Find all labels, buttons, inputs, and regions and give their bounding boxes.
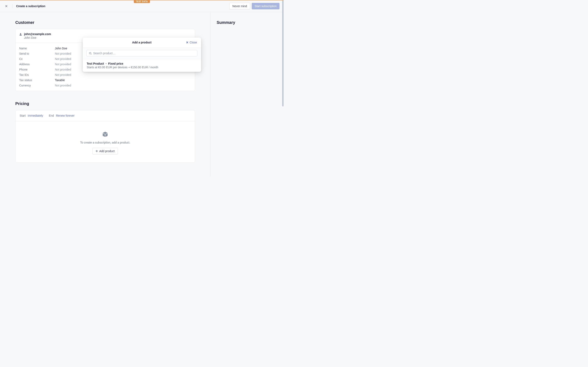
product-result-item[interactable]: Test Product • Fixed price Starts at €0.… <box>83 59 201 72</box>
pricing-section-title: Pricing <box>15 101 195 106</box>
detail-label: Address <box>19 63 55 66</box>
detail-value: John Doe <box>55 47 67 50</box>
detail-value: Not provided <box>55 63 71 66</box>
detail-label: Tax IDs <box>19 73 55 76</box>
schedule-end: End Renew forever <box>49 114 75 117</box>
schedule-start: Start Immediately <box>20 114 43 117</box>
detail-label: Send to <box>19 52 55 55</box>
page-title: Create a subscription <box>16 4 45 8</box>
customer-display-name: John Doe <box>24 36 51 39</box>
product-result-title: Test Product • Fixed price <box>87 62 197 65</box>
main-layout: Customer john@example.com John Doe NameJ… <box>0 12 284 177</box>
plus-icon <box>95 150 98 152</box>
pricing-section: Pricing Start Immediately End Renew fore… <box>15 101 195 163</box>
person-icon <box>19 33 22 36</box>
header-left: Create a subscription <box>4 4 45 8</box>
close-icon <box>5 5 8 8</box>
scrollbar-thumb[interactable] <box>282 0 284 106</box>
schedule-bar: Start Immediately End Renew forever <box>16 110 195 121</box>
search-wrapper <box>83 48 201 59</box>
add-product-button-label: Add product <box>99 150 115 153</box>
detail-label: Name <box>19 47 55 50</box>
test-data-badge: TEST DATA <box>134 0 150 3</box>
detail-row: Tax IDsNot provided <box>19 72 191 77</box>
add-product-modal: Add a product Close Test Product • Fixed… <box>83 38 201 72</box>
detail-label: Currency <box>19 84 55 87</box>
close-icon <box>186 41 189 44</box>
detail-value: Not provided <box>55 52 71 55</box>
never-mind-button[interactable]: Never mind <box>229 3 250 9</box>
pricing-card: Start Immediately End Renew forever To c… <box>15 110 195 163</box>
modal-title: Add a product <box>87 41 197 44</box>
box-icon <box>20 131 191 138</box>
search-box[interactable] <box>86 50 198 57</box>
detail-value: Not provided <box>55 73 71 76</box>
detail-row: CurrencyNot provided <box>19 83 191 88</box>
modal-header: Add a product Close <box>83 38 201 48</box>
start-label: Start <box>20 114 26 117</box>
customer-info: john@example.com John Doe <box>24 33 51 39</box>
customer-email: john@example.com <box>24 33 51 36</box>
empty-state-text: To create a subscription, add a product. <box>20 141 191 144</box>
product-description: Starts at €0.00 EUR per devices + €150.0… <box>87 66 197 69</box>
product-name: Test Product <box>87 62 104 65</box>
svg-point-0 <box>89 52 91 54</box>
summary-section-title: Summary <box>217 20 277 25</box>
add-product-button[interactable]: Add product <box>93 148 118 154</box>
header-actions: Never mind Start subscription <box>229 3 279 9</box>
pricing-empty-state: To create a subscription, add a product.… <box>16 121 195 162</box>
detail-row: Tax statusTaxable <box>19 77 191 83</box>
header-divider <box>12 4 12 8</box>
detail-value: Not provided <box>55 84 71 87</box>
search-icon <box>89 52 92 55</box>
modal-close-button[interactable]: Close <box>186 41 197 44</box>
customer-section-title: Customer <box>15 20 195 25</box>
product-type: Fixed price <box>108 62 123 65</box>
end-value-link[interactable]: Renew forever <box>56 114 75 117</box>
detail-value: Taxable <box>55 78 65 82</box>
close-page-button[interactable] <box>4 4 9 8</box>
detail-label: Tax status <box>19 78 55 82</box>
product-separator: • <box>105 62 107 65</box>
start-subscription-button[interactable]: Start subscription <box>252 3 279 9</box>
start-value-link[interactable]: Immediately <box>28 114 43 117</box>
page-scrollbar[interactable] <box>282 0 284 177</box>
modal-close-label: Close <box>190 41 197 44</box>
end-label: End <box>49 114 54 117</box>
detail-label: Cc <box>19 57 55 60</box>
detail-value: Not provided <box>55 68 71 71</box>
search-input[interactable] <box>93 52 195 55</box>
detail-label: Phone <box>19 68 55 71</box>
content-area: Customer john@example.com John Doe NameJ… <box>0 12 210 177</box>
detail-value: Not provided <box>55 57 71 60</box>
summary-panel: Summary <box>210 12 284 177</box>
